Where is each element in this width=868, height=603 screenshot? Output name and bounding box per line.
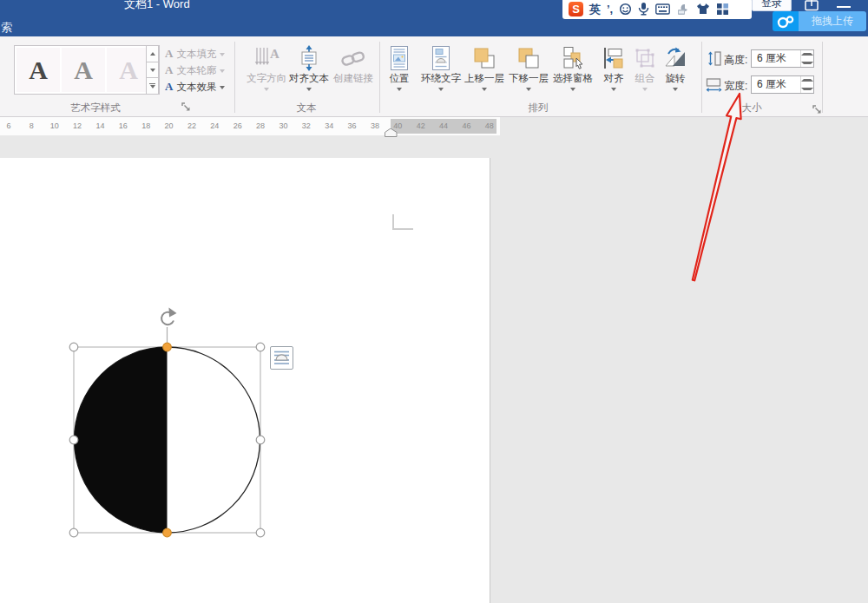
resize-handle-mid-left[interactable] [69,436,78,444]
title-bar: 索 文档1 - Word S 英 ’, [0,0,868,36]
group-objects-icon [634,43,656,73]
height-spinner [800,50,813,67]
ruler-number: 36 [345,121,359,130]
sogou-input-toolbar: S 英 ’, [562,0,752,19]
punctuation-icon[interactable]: ’, [607,3,613,15]
ruler-number: 30 [277,121,291,130]
text-outline-icon: A [165,63,173,77]
size-dialog-launcher-icon[interactable] [812,105,822,115]
ruler-number: 16 [116,121,130,130]
login-button[interactable]: 登录 [752,0,792,11]
wordart-sample-1[interactable]: A [16,48,60,92]
ruler-number: 20 [162,121,176,130]
wrap-text-button[interactable]: 环绕文字 [418,43,464,91]
wordart-style-gallery: A A A [14,45,160,95]
text-fill-button: A 文本填充 [165,47,225,61]
sogou-logo-icon[interactable]: S [569,2,583,16]
resize-handle-bottom-right[interactable] [256,528,265,537]
align-objects-icon [602,43,625,73]
wordart-sample-2[interactable]: A [62,48,105,92]
adjust-handle-top[interactable] [163,343,172,351]
bring-forward-button[interactable]: 上移一层 [463,43,506,91]
width-spin-up[interactable] [801,76,813,85]
ruler-number: 46 [460,121,474,130]
group-divider [234,42,235,113]
text-direction-button: A 文字方向 [246,43,287,91]
gallery-scroll-up-button[interactable] [146,45,159,62]
resize-handle-top-left[interactable] [69,343,78,351]
group-divider [822,42,823,113]
wrap-text-icon [431,43,451,73]
position-button[interactable]: 位置 [382,43,417,91]
text-outline-button: A 文本轮廓 [165,63,225,77]
ruler-number: 34 [322,121,336,130]
emoji-icon[interactable] [619,3,632,16]
netdisk-upload-widget[interactable]: 拖拽上传 [773,11,866,31]
selected-shape-group [52,304,304,555]
wordart-sample-3[interactable]: A [107,48,150,92]
gallery-more-button[interactable] [146,78,159,95]
resize-handle-top-right[interactable] [256,343,265,351]
bring-forward-icon [473,43,496,73]
ruler-number: 12 [70,121,84,130]
width-spinner [800,76,813,93]
annotation-red-arrow [656,83,752,287]
ruler-number: 14 [94,121,108,130]
rotate-handle-icon[interactable] [161,308,176,325]
ruler-number: 28 [253,121,267,130]
circle-left-half-fill[interactable] [75,347,168,533]
text-effects-button[interactable]: A 文本效果 [165,80,225,94]
align-text-icon [298,43,320,73]
gallery-scroll-controls [146,45,159,95]
height-spin-down[interactable] [801,59,813,68]
ruler-number: 22 [185,121,199,130]
align-objects-button[interactable]: 对齐 [597,43,630,91]
height-field [751,49,814,68]
skin-icon[interactable] [696,3,710,15]
height-input[interactable] [752,50,806,67]
share-upload-icon[interactable] [804,0,819,11]
ruler-number: 48 [483,121,496,130]
ruler-number: 10 [48,121,62,130]
align-text-button[interactable]: 对齐文本 [288,43,330,91]
link-icon [340,43,366,73]
width-input[interactable] [752,76,806,93]
indent-marker[interactable] [385,128,398,137]
send-backward-icon [517,43,540,73]
selection-pane-icon [561,43,585,73]
minimize-button[interactable] [837,6,851,8]
text-effects-icon: A [165,80,173,94]
group-label-text: 文本 [263,102,350,115]
ruler-number: 8 [24,121,38,130]
width-spin-down[interactable] [801,85,813,94]
send-backward-button[interactable]: 下移一层 [507,43,550,91]
drag-upload-button[interactable]: 拖拽上传 [799,11,866,31]
microphone-icon[interactable] [638,2,649,16]
netdisk-logo-icon [773,11,799,31]
toolbox-icon[interactable] [676,3,690,16]
shape-height-icon [707,51,722,66]
grid-menu-icon[interactable] [716,3,729,16]
ruler-number: 44 [437,121,450,130]
selection-pane-button[interactable]: 选择窗格 [551,43,595,91]
resize-handle-bottom-left[interactable] [69,528,78,537]
position-icon [389,43,410,73]
ruler-number: 42 [414,121,428,130]
keyboard-icon[interactable] [655,3,670,15]
height-spin-up[interactable] [801,50,813,59]
resize-handle-mid-right[interactable] [256,436,265,444]
ruler-number: 24 [207,121,221,130]
layout-options-button[interactable] [270,346,293,370]
wordart-dialog-launcher-icon[interactable] [181,102,191,112]
rotate-icon [663,43,687,73]
text-boundary-corner-mark [392,228,413,230]
window-title: 文档1 - Word [124,0,190,12]
create-link-button: 创建链接 [331,43,376,84]
adjust-handle-bottom[interactable] [163,528,172,537]
language-toggle-icon[interactable]: 英 [589,3,601,15]
horizontal-ruler: 6810121416182022242628303234363840424446… [0,117,500,135]
tell-me-search-fragment[interactable]: 索 [1,20,12,36]
text-fill-icon: A [165,47,173,61]
gallery-scroll-down-button[interactable] [146,62,159,79]
width-field [751,75,814,94]
